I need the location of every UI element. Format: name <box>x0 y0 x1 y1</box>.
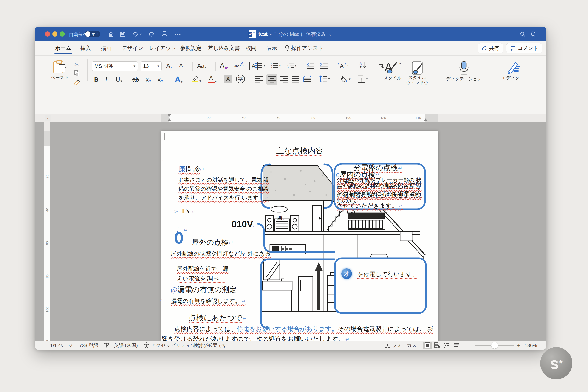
enclose-characters-button[interactable]: 字 <box>236 75 245 83</box>
tab-mailings[interactable]: 差し込み文書 <box>208 44 240 52</box>
web-layout-view-button[interactable] <box>432 342 442 349</box>
phonetic-guide-button[interactable]: abcA <box>234 61 244 68</box>
styles-window-label-2: ウィンドウ <box>406 80 428 85</box>
share-label: 共有 <box>489 45 499 52</box>
print-layout-view-button[interactable] <box>422 342 432 349</box>
underline-button[interactable]: U▾ <box>116 76 122 83</box>
editor-label: エディター <box>502 76 524 80</box>
subscript-button[interactable]: x2 <box>146 76 151 83</box>
more-icon[interactable] <box>174 30 182 38</box>
word-count[interactable]: 733 単語 <box>79 342 98 348</box>
page-count[interactable]: 1/1 ページ <box>50 342 73 348</box>
zoom-out-button[interactable]: − <box>468 342 472 349</box>
fullscreen-button[interactable] <box>60 32 65 36</box>
styles-button[interactable]: A ▾ スタイル <box>384 61 402 80</box>
hanging-indent-marker[interactable] <box>168 118 171 121</box>
align-center-button[interactable] <box>266 74 278 85</box>
strikethrough-button[interactable]: ab <box>132 76 139 83</box>
proofing-icon[interactable] <box>103 343 109 348</box>
tab-view[interactable]: 表示 <box>266 44 277 52</box>
tab-draw[interactable]: 描画 <box>101 44 112 52</box>
ruler-number: 60 <box>45 238 49 248</box>
clear-formatting-button[interactable]: A <box>220 62 228 69</box>
align-right-button[interactable] <box>280 76 288 84</box>
search-icon[interactable] <box>519 30 526 38</box>
document-canvas[interactable]: 20 40 60 80 100 120 <box>35 122 546 341</box>
borders-button[interactable]: ▾ <box>358 75 368 83</box>
styles-window-button[interactable]: スタイル ウィンドウ <box>406 61 428 85</box>
language-status[interactable]: 英語 (米国) <box>114 342 138 348</box>
bold-button[interactable]: B <box>94 76 98 83</box>
character-shading-button[interactable]: A <box>224 75 232 83</box>
text-effects-button[interactable]: A▾ <box>175 75 182 84</box>
focus-button[interactable]: フォーカス <box>392 342 417 348</box>
first-line-indent-marker[interactable] <box>168 114 171 117</box>
font-name-select[interactable]: MS 明朝 ▾ <box>92 61 138 71</box>
editor-button[interactable]: エディター <box>502 61 524 80</box>
multilevel-list-button[interactable]: 1ai ▾ <box>286 62 296 69</box>
grow-font-button[interactable]: A^ <box>166 62 172 70</box>
horizontal-ruler[interactable]: ⌐ 20 40 60 80 100 120 140 <box>35 114 546 122</box>
sort-button[interactable]: AZ <box>359 61 368 70</box>
increase-indent-button[interactable] <box>320 62 328 70</box>
share-button[interactable]: 共有 <box>478 43 503 53</box>
dictation-button[interactable]: ディクテーション <box>446 61 482 82</box>
redo-icon[interactable] <box>148 30 155 38</box>
shrink-font-button[interactable]: A⌄ <box>179 62 186 69</box>
italic-button[interactable]: I <box>105 76 107 83</box>
print-icon[interactable] <box>161 30 168 38</box>
font-size-select[interactable]: 13 ▾ <box>140 61 162 71</box>
tab-design[interactable]: デザイン <box>122 44 143 52</box>
save-icon[interactable] <box>119 30 126 38</box>
vertical-ruler[interactable]: 20 40 60 80 100 120 <box>44 122 50 341</box>
autosave-toggle[interactable]: オフ <box>84 31 100 38</box>
copy-button[interactable] <box>74 70 80 78</box>
font-color-button[interactable]: A ▾ <box>208 75 217 83</box>
superscript-button[interactable]: x2 <box>158 76 163 83</box>
zoom-slider-knob[interactable] <box>491 342 498 348</box>
minimize-button[interactable] <box>52 32 58 36</box>
paragraph-interview: お客さまとの対話を通して、電気 設備の異常の確認や電気安全 のご相談を承り、アド… <box>178 176 270 203</box>
right-indent-marker[interactable] <box>424 118 427 121</box>
undo-chevron-icon[interactable] <box>139 30 143 38</box>
numbering-button[interactable]: 123 ▾ <box>270 62 281 69</box>
eraser-icon <box>225 66 228 69</box>
tab-home[interactable]: ホーム <box>55 44 71 52</box>
zoom-percentage[interactable]: 136% <box>524 343 537 348</box>
asian-layout-button[interactable]: A ▾ <box>338 62 349 69</box>
tab-layout[interactable]: レイアウト <box>149 44 176 52</box>
home-icon[interactable] <box>108 30 115 38</box>
decrease-indent-button[interactable] <box>306 62 315 70</box>
tab-tell-me[interactable]: 操作アシスト <box>285 44 324 52</box>
shading-button[interactable]: ▾ <box>340 76 350 82</box>
link-text[interactable]: 停電をお願いする場合があります。 <box>237 326 338 332</box>
comments-button[interactable]: コメント <box>506 43 542 53</box>
tab-insert[interactable]: 挿入 <box>80 44 91 52</box>
tab-references[interactable]: 参照設定 <box>180 44 202 52</box>
zoom-slider[interactable] <box>475 345 514 346</box>
change-case-button[interactable]: Aa▾ <box>197 62 206 69</box>
close-button[interactable] <box>45 32 50 36</box>
format-painter-button[interactable] <box>74 79 80 86</box>
zoom-in-button[interactable]: + <box>517 342 520 349</box>
cut-button[interactable]: ✂ <box>74 61 80 68</box>
title-chevron-icon[interactable]: ⌄ <box>328 32 332 37</box>
settings-gear-icon[interactable] <box>529 30 536 38</box>
outline-view-button[interactable] <box>442 342 452 349</box>
document-page[interactable]: 主な点検内容 ↵ 康問診↵ お客さまとの対話を通して、電気 設備の異常の確認や電… <box>162 131 438 341</box>
draft-view-button[interactable] <box>452 342 461 349</box>
distribute-text-button[interactable] <box>303 75 312 84</box>
highlight-button[interactable]: ▾ <box>192 75 201 83</box>
paste-button[interactable]: ▾ ペースト <box>51 61 69 80</box>
svg-text:i: i <box>288 66 289 69</box>
align-left-button[interactable] <box>255 76 263 84</box>
undo-icon[interactable] <box>132 30 139 38</box>
paragraph-leak-confirm: 漏電の有無を確認します。 ↵ <box>171 297 246 305</box>
accessibility-status[interactable]: アクセシビリティ: 検討が必要です <box>151 342 228 348</box>
line-spacing-button[interactable]: ▾ <box>319 75 330 82</box>
paste-icon <box>53 61 64 73</box>
bullets-button[interactable]: ▾ <box>255 62 265 69</box>
tab-review[interactable]: 校閲 <box>246 44 256 52</box>
justify-button[interactable] <box>292 76 300 84</box>
tab-stop-selector[interactable]: ⌐ <box>45 115 51 121</box>
